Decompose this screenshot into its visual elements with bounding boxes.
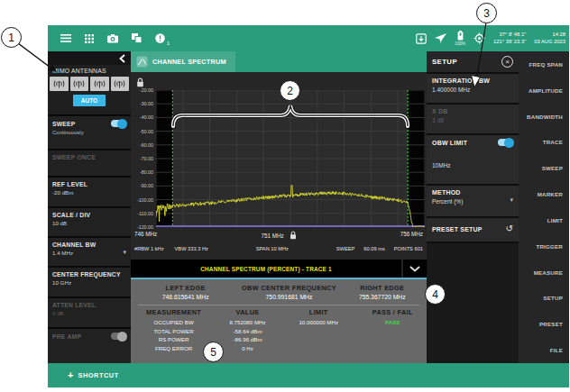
left-control-sidebar: MIMO ANTENNAS AUTO SWEEP Continuously SW… xyxy=(48,51,131,363)
integration-bw-value: 1.400000 MHz xyxy=(432,87,513,93)
tab-channel-spectrum[interactable]: CHANNEL SPECTRUM xyxy=(131,51,235,72)
clock-time: 14:28 xyxy=(552,32,565,37)
trace-info-bar[interactable]: CHANNEL SPECTRUM (PERCENT) - TRACE 1 xyxy=(131,260,427,279)
antenna-icon xyxy=(93,78,106,89)
send-icon[interactable] xyxy=(435,33,446,43)
x-db-value: 3 dB xyxy=(432,117,513,123)
callout-4: 4 xyxy=(425,284,446,305)
windows-icon[interactable] xyxy=(132,33,142,43)
menu-item-trigger[interactable]: TRIGGER xyxy=(536,243,563,250)
channel-bw-dropdown[interactable]: CHANNEL BW 1.4 MHz▾ xyxy=(48,238,131,266)
setup-panel: SETUP × INTEGRATION BW 1.400000 MHz X DB… xyxy=(427,51,519,363)
info-icon[interactable]: 1 xyxy=(155,33,165,43)
span-value: SPAN 10 MHz xyxy=(256,246,289,251)
sweep-toggle-row[interactable]: SWEEP Continuously xyxy=(48,116,131,149)
battery-percent: 100% xyxy=(455,41,465,46)
right-function-menu: FREQ SPAN AMPLITUDE BANDWIDTH TRACE SWEE… xyxy=(519,51,569,363)
table-row-name: TOTAL POWER xyxy=(131,327,216,336)
preset-setup-button[interactable]: PRESET SETUP ↺ xyxy=(427,218,519,242)
antenna-button-4[interactable] xyxy=(111,77,130,91)
callout-2: 2 xyxy=(280,80,300,101)
menu-item-limit[interactable]: LIMIT xyxy=(547,217,563,223)
x-axis-labels: 746 MHz 751 MHz 756 MHz xyxy=(131,231,427,241)
integration-bw-button[interactable]: INTEGRATION BW 1.400000 MHz xyxy=(427,74,519,103)
menu-item-measure[interactable]: MEASURE xyxy=(534,269,563,276)
spectrum-plot[interactable] xyxy=(156,90,425,227)
plus-icon: + xyxy=(68,370,73,380)
obw-limit-toggle[interactable] xyxy=(498,139,513,146)
col-passfail: PASS / FAIL xyxy=(359,308,427,318)
ref-level-value: -20 dBm xyxy=(52,189,126,196)
preamp-row[interactable]: PRE AMP xyxy=(48,329,131,363)
spectrum-chart[interactable]: -20.00-30.00-40.00-50.00-60.00-70.00-80.… xyxy=(131,72,427,260)
y-axis-tick: -30.00 xyxy=(131,100,153,107)
antenna-icon xyxy=(113,78,126,89)
menu-item-sweep[interactable]: SWEEP xyxy=(542,165,563,171)
callout-1: 1 xyxy=(1,27,22,48)
table-row-value: 8.752080 MHz xyxy=(216,318,279,327)
col-value: VALUE xyxy=(216,308,279,318)
sweep-time-label: SWEEP xyxy=(336,246,355,251)
top-status-bar: 1 100% 37° 8' 48.1" 12 xyxy=(48,25,569,51)
table-row-name: RS POWER xyxy=(131,335,216,344)
gps-coordinates: 37° 8' 48.1" 121° 39' 23.3" xyxy=(493,32,526,45)
camera-icon[interactable] xyxy=(107,34,118,43)
left-edge-value: 746.615641 MHz xyxy=(131,294,240,300)
sweep-toggle[interactable] xyxy=(111,120,126,127)
col-measurement: MEASUREMENT xyxy=(131,308,216,318)
menu-item-freq-span[interactable]: FREQ SPAN xyxy=(529,61,563,68)
preamp-toggle[interactable] xyxy=(111,333,126,340)
menu-item-preset[interactable]: PRESET xyxy=(539,321,563,327)
spectrum-analyzer-window: 1 100% 37° 8' 48.1" 12 xyxy=(48,25,569,387)
y-axis-tick: -80.00 xyxy=(131,169,153,176)
y-axis-tick: -120.00 xyxy=(131,223,153,231)
antenna-selector xyxy=(48,76,131,92)
scale-div-value: 10 dB xyxy=(52,220,126,226)
shortcut-bar: + SHORTCUT xyxy=(48,363,569,387)
ref-level-button[interactable]: REF LEVEL -20 dBm xyxy=(48,178,131,206)
obw-limit-row[interactable]: OBW LIMIT 10MHz xyxy=(427,135,519,184)
tab-bar: CHANNEL SPECTRUM xyxy=(131,51,427,72)
antenna-button-1[interactable] xyxy=(50,77,69,91)
table-row-value: -58.64 dBm xyxy=(216,327,279,336)
sidebar-collapse-button[interactable] xyxy=(119,50,125,67)
chevron-down-icon: ▾ xyxy=(123,249,126,256)
mimo-antennas-label: MIMO ANTENNAS xyxy=(48,65,131,76)
atten-level-button[interactable]: ATTEN LEVEL 0 dB xyxy=(48,298,131,327)
y-axis-tick: -50.00 xyxy=(131,128,153,135)
menu-item-marker[interactable]: MARKER xyxy=(538,191,563,197)
auto-button[interactable]: AUTO xyxy=(73,95,106,106)
reset-icon: ↺ xyxy=(506,224,513,233)
y-axis-tick: -90.00 xyxy=(131,182,153,189)
clock-date: 03 AUG 2023 xyxy=(534,39,565,44)
center-frequency-value: 10 GHz xyxy=(52,279,126,286)
menu-item-bandwidth[interactable]: BANDWIDTH xyxy=(527,114,563,120)
antenna-button-2[interactable] xyxy=(70,77,89,91)
left-edge-label: LEFT EDGE xyxy=(131,284,240,292)
center-frequency-button[interactable]: CENTER FREQUENCY 10 GHz xyxy=(48,268,131,296)
antenna-button-3[interactable] xyxy=(90,77,109,91)
sweep-time-value: 60.09 ms xyxy=(363,246,384,251)
menu-item-trace[interactable]: TRACE xyxy=(543,139,563,145)
expand-table-button[interactable] xyxy=(401,260,427,278)
obw-center-value: 750.991681 MHz xyxy=(240,294,337,300)
x-db-button[interactable]: X DB 3 dB xyxy=(427,105,519,133)
screenshot-icon[interactable] xyxy=(416,33,427,44)
menu-item-file[interactable]: FILE xyxy=(550,347,563,353)
atten-level-value: 0 dB xyxy=(52,310,126,316)
hamburger-menu-icon[interactable] xyxy=(60,34,71,42)
shortcut-button[interactable]: SHORTCUT xyxy=(78,371,118,379)
close-icon[interactable]: × xyxy=(501,56,513,68)
table-row-name: OCCUPIED BW xyxy=(131,318,216,327)
sweep-once-button[interactable]: SWEEP ONCE xyxy=(48,150,131,176)
channel-bw-value: 1.4 MHz xyxy=(52,250,73,256)
scale-div-button[interactable]: SCALE / DIV 10 dB xyxy=(48,208,131,236)
pass-fail-badge: PASS xyxy=(359,318,427,327)
antenna-icon xyxy=(72,78,86,89)
sweep-settings-row: #RBW 1 kHz VBW 333.3 Hz SPAN 10 MHz SWEE… xyxy=(131,246,427,251)
menu-item-setup[interactable]: SETUP xyxy=(543,295,563,301)
datetime: 14:28 03 AUG 2023 xyxy=(534,32,565,45)
menu-item-amplitude[interactable]: AMPLITUDE xyxy=(529,87,563,94)
apps-grid-icon[interactable] xyxy=(85,34,94,43)
method-dropdown[interactable]: METHOD Percent (%)▾ xyxy=(427,186,519,216)
